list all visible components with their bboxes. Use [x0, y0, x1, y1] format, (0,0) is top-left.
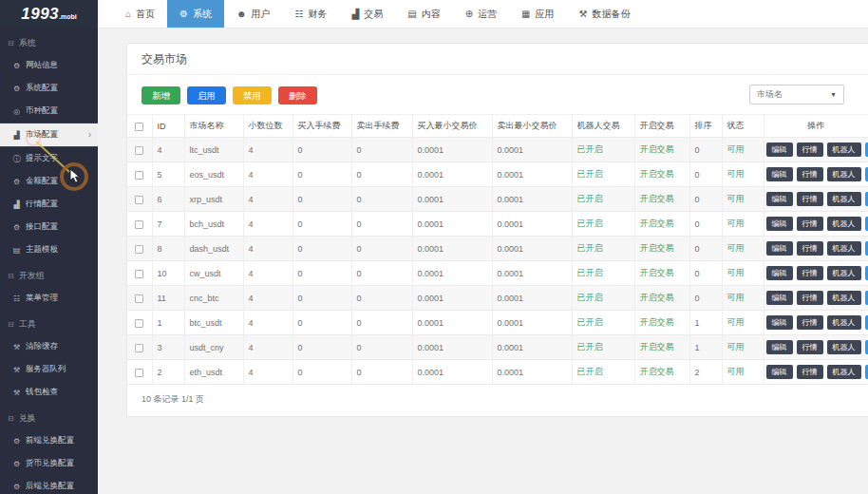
- view-orders-button[interactable]: 查看订单: [865, 142, 868, 157]
- row-checkbox[interactable]: [135, 245, 143, 254]
- nav-item-trade[interactable]: ▟交易: [340, 0, 396, 28]
- cell-open[interactable]: 开启交易: [634, 311, 689, 335]
- row-checkbox[interactable]: [135, 294, 143, 303]
- view-orders-button[interactable]: 查看订单: [865, 167, 868, 181]
- sidebar-section-exchange[interactable]: ⊟兑换: [0, 404, 98, 429]
- column-header: 买入手续费: [292, 115, 351, 138]
- select-all-checkbox[interactable]: [135, 123, 143, 131]
- row-checkbox[interactable]: [135, 344, 143, 352]
- sidebar-item-quote-config[interactable]: ▟行情配置: [0, 193, 98, 216]
- row-checkbox[interactable]: [135, 319, 143, 328]
- edit-button[interactable]: 编辑: [766, 266, 793, 280]
- brand-logo[interactable]: 1993.mobi: [0, 0, 98, 28]
- add-button[interactable]: 新增: [142, 86, 180, 104]
- edit-button[interactable]: 编辑: [766, 217, 793, 231]
- cell-open[interactable]: 开启交易: [634, 286, 689, 311]
- row-checkbox[interactable]: [135, 270, 143, 278]
- sidebar-item-hint-text[interactable]: ⓘ提示文字: [0, 147, 98, 170]
- enable-button[interactable]: 启用: [187, 86, 226, 104]
- row-checkbox[interactable]: [135, 369, 143, 377]
- quote-button[interactable]: 行情: [797, 291, 823, 305]
- sidebar-item-exchange-currency-config[interactable]: ⚙货币兑换配置: [0, 452, 98, 475]
- edit-button[interactable]: 编辑: [766, 241, 793, 256]
- table-row: 7bch_usdt4000.00010.0001已开启开启交易0可用编辑行情机器…: [127, 212, 868, 237]
- quote-button[interactable]: 行情: [797, 241, 823, 256]
- quote-button[interactable]: 行情: [797, 365, 823, 379]
- nav-item-home[interactable]: ⌂首页: [113, 0, 167, 28]
- sidebar-item-wallet-check[interactable]: ⚒钱包检查: [0, 381, 98, 404]
- sidebar-section-dev-group[interactable]: ⊟开发组: [0, 261, 98, 287]
- select-all-cell: [127, 115, 152, 138]
- delete-button[interactable]: 删除: [278, 86, 317, 104]
- cell-open[interactable]: 开启交易: [634, 187, 689, 212]
- sidebar-item-coin-config[interactable]: ◎币种配置: [0, 100, 98, 123]
- robot-button[interactable]: 机器人: [827, 266, 861, 280]
- robot-button[interactable]: 机器人: [827, 167, 861, 181]
- robot-button[interactable]: 机器人: [827, 340, 861, 354]
- sidebar-item-api-config[interactable]: ⚙接口配置: [0, 216, 98, 238]
- view-orders-button[interactable]: 查看订单: [865, 241, 868, 256]
- sidebar-section-tools[interactable]: ⊟工具: [0, 310, 98, 335]
- row-checkbox[interactable]: [135, 220, 143, 229]
- robot-button[interactable]: 机器人: [827, 365, 861, 379]
- quote-button[interactable]: 行情: [797, 266, 823, 280]
- nav-item-users[interactable]: ☻用户: [224, 0, 283, 28]
- nav-item-content[interactable]: ▤内容: [395, 0, 452, 28]
- robot-button[interactable]: 机器人: [827, 142, 861, 157]
- sidebar-section-system[interactable]: ⊟系统: [0, 28, 98, 54]
- nav-item-finance[interactable]: ☷财务: [283, 0, 340, 28]
- edit-button[interactable]: 编辑: [766, 315, 793, 330]
- sidebar-item-exchange-backend-config[interactable]: ⚙后端兑换配置: [0, 475, 98, 494]
- row-checkbox[interactable]: [135, 146, 143, 155]
- row-checkbox[interactable]: [135, 171, 143, 180]
- sidebar-item-exchange-front-config[interactable]: ⚙前端兑换配置: [0, 429, 98, 452]
- edit-button[interactable]: 编辑: [766, 365, 793, 379]
- view-orders-button[interactable]: 查看订单: [865, 266, 868, 280]
- edit-button[interactable]: 编辑: [766, 192, 793, 206]
- quote-button[interactable]: 行情: [797, 315, 823, 330]
- cell-open[interactable]: 开启交易: [634, 162, 689, 187]
- quote-button[interactable]: 行情: [797, 217, 823, 231]
- nav-item-data-backup[interactable]: ⚒数据备份: [567, 0, 643, 28]
- edit-button[interactable]: 编辑: [766, 340, 793, 354]
- robot-button[interactable]: 机器人: [827, 192, 861, 206]
- view-orders-button[interactable]: 查看订单: [865, 217, 868, 231]
- sidebar-item-market-config[interactable]: ▟市场配置›: [0, 123, 98, 147]
- quote-button[interactable]: 行情: [797, 167, 823, 181]
- nav-item-operations[interactable]: ⊕运营: [453, 0, 509, 28]
- cell-open[interactable]: 开启交易: [634, 138, 689, 162]
- view-orders-button[interactable]: 查看订单: [865, 192, 868, 206]
- cell-sell_fee: 0: [351, 212, 412, 237]
- cell-open[interactable]: 开启交易: [634, 237, 689, 261]
- edit-button[interactable]: 编辑: [766, 142, 793, 157]
- quote-button[interactable]: 行情: [797, 142, 823, 157]
- nav-item-apps[interactable]: ▦应用: [509, 0, 566, 28]
- row-checkbox[interactable]: [135, 196, 143, 204]
- quote-button[interactable]: 行情: [797, 192, 823, 206]
- view-orders-button[interactable]: 查看订单: [865, 365, 868, 379]
- disable-button[interactable]: 禁用: [233, 86, 272, 104]
- robot-button[interactable]: 机器人: [827, 315, 861, 330]
- robot-button[interactable]: 机器人: [827, 217, 861, 231]
- cell-open[interactable]: 开启交易: [634, 335, 689, 360]
- quote-button[interactable]: 行情: [797, 340, 823, 354]
- edit-button[interactable]: 编辑: [766, 291, 793, 305]
- sidebar-item-website-info[interactable]: ⚙网站信息: [0, 54, 98, 77]
- sidebar-item-amount-config[interactable]: ⚙金额配置: [0, 170, 98, 193]
- sidebar-item-server-queue[interactable]: ⚒服务器队列: [0, 358, 98, 381]
- view-orders-button[interactable]: 查看订单: [865, 340, 868, 354]
- sidebar-item-clear-cache[interactable]: ⚒清除缓存: [0, 335, 98, 358]
- nav-item-system[interactable]: ⚙系统: [167, 0, 224, 28]
- robot-button[interactable]: 机器人: [827, 241, 861, 256]
- view-orders-button[interactable]: 查看订单: [865, 291, 868, 305]
- sidebar-item-system-config[interactable]: ⚙系统配置: [0, 77, 98, 100]
- market-name-select[interactable]: 市场名 ▼: [749, 85, 844, 104]
- view-orders-button[interactable]: 查看订单: [865, 315, 868, 330]
- sidebar-item-theme-template[interactable]: ▤主题模板: [0, 238, 98, 261]
- cell-open[interactable]: 开启交易: [634, 360, 689, 385]
- cell-open[interactable]: 开启交易: [634, 212, 689, 237]
- robot-button[interactable]: 机器人: [827, 291, 861, 305]
- edit-button[interactable]: 编辑: [766, 167, 793, 181]
- cell-open[interactable]: 开启交易: [634, 261, 689, 286]
- sidebar-item-menu-manage[interactable]: ☷菜单管理: [0, 287, 98, 310]
